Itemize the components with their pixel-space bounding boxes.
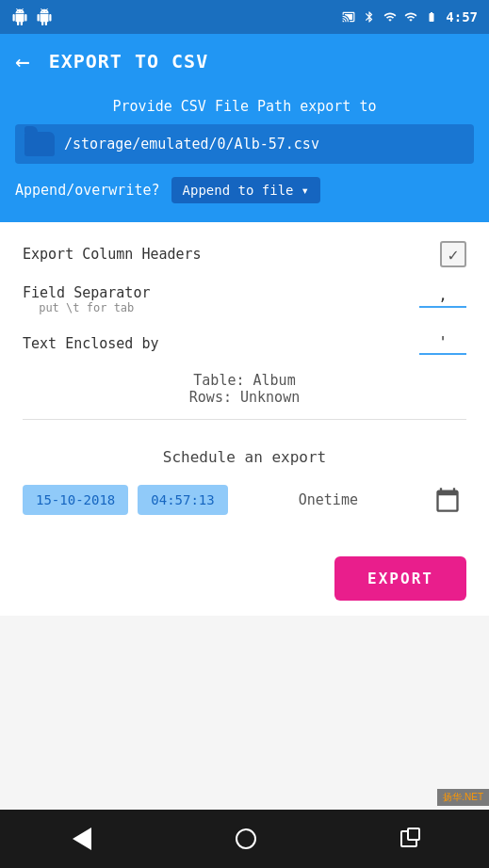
nav-home-button[interactable]	[236, 828, 256, 849]
field-separator-hint: put \t for tab	[23, 301, 150, 314]
table-info: Table: Album Rows: Unknown	[23, 372, 466, 406]
export-column-headers-row: Export Column Headers ✓	[23, 241, 466, 267]
field-separator-input[interactable]	[419, 284, 466, 308]
signal-icon	[404, 9, 417, 24]
schedule-section: Schedule an export 15-10-2018 04:57:13 O…	[0, 448, 489, 534]
status-icons-right: 4:57	[340, 8, 478, 25]
nav-back-button[interactable]	[73, 828, 91, 850]
status-icons-left	[11, 8, 53, 25]
bluetooth-icon	[363, 8, 376, 25]
watermark: 扬华.NET	[437, 789, 489, 806]
rows-label: Rows: Unknown	[23, 389, 466, 406]
append-dropdown[interactable]: Append to file ▾	[171, 177, 320, 203]
provide-text: Provide CSV File Path export to	[15, 98, 474, 115]
android-icon-2	[36, 8, 53, 25]
text-enclosed-label: Text Enclosed by	[23, 335, 159, 352]
schedule-title: Schedule an export	[23, 448, 466, 466]
export-button-row: EXPORT	[0, 534, 489, 616]
table-label: Table: Album	[23, 372, 466, 389]
blue-section: Provide CSV File Path export to /storage…	[0, 88, 489, 222]
calendar-icon-button[interactable]	[429, 481, 466, 519]
card-section: Export Column Headers ✓ Field Separator …	[0, 222, 489, 448]
export-column-headers-checkbox[interactable]: ✓	[440, 241, 466, 267]
export-column-headers-label: Export Column Headers	[23, 246, 202, 263]
android-icon	[11, 8, 28, 25]
status-time: 4:57	[446, 9, 478, 24]
field-separator-labels: Field Separator put \t for tab	[23, 284, 150, 314]
nav-recents-button[interactable]	[400, 830, 417, 847]
cast-icon	[340, 10, 357, 24]
recents-square-icon	[400, 830, 417, 847]
nav-bar	[0, 810, 489, 868]
field-separator-label: Field Separator	[23, 284, 150, 301]
append-row: Append/overwrite? Append to file ▾	[15, 177, 474, 203]
page-title: EXPORT TO CSV	[49, 50, 209, 72]
schedule-row: 15-10-2018 04:57:13 Onetime	[23, 481, 466, 519]
file-path-row[interactable]: /storage/emulated/0/Alb-57.csv	[15, 124, 474, 164]
schedule-time-badge[interactable]: 04:57:13	[138, 485, 227, 515]
append-value: Append to file	[183, 183, 294, 198]
battery-icon	[423, 11, 440, 23]
divider	[23, 419, 466, 420]
status-bar: 4:57	[0, 0, 489, 34]
append-label: Append/overwrite?	[15, 182, 160, 199]
chevron-down-icon: ▾	[302, 183, 309, 198]
home-circle-icon	[236, 828, 256, 849]
text-enclosed-input[interactable]	[419, 331, 466, 355]
back-triangle-icon	[73, 828, 91, 850]
export-button[interactable]: EXPORT	[334, 556, 466, 601]
back-button[interactable]: ←	[15, 47, 30, 75]
field-separator-block: Field Separator put \t for tab	[23, 284, 466, 314]
calendar-icon	[434, 487, 461, 513]
wifi-icon	[382, 10, 399, 24]
file-path-text: /storage/emulated/0/Alb-57.csv	[64, 136, 319, 153]
schedule-frequency: Onetime	[237, 491, 419, 508]
top-bar: ← EXPORT TO CSV	[0, 34, 489, 88]
text-enclosed-row: Text Enclosed by	[23, 331, 466, 355]
check-icon: ✓	[448, 245, 459, 265]
field-separator-row: Field Separator put \t for tab	[23, 284, 466, 314]
schedule-date-badge[interactable]: 15-10-2018	[23, 485, 128, 515]
folder-icon	[24, 132, 55, 156]
